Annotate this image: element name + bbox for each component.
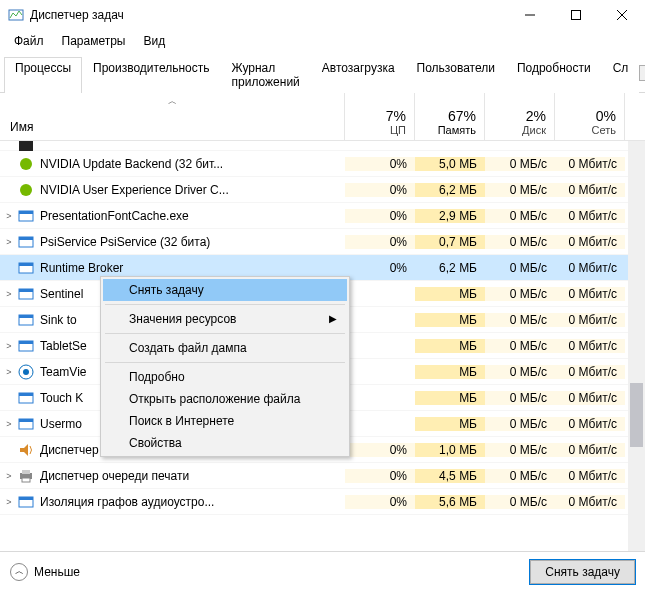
ctx-resource-values-label: Значения ресурсов <box>129 312 236 326</box>
ctx-create-dump[interactable]: Создать файл дампа <box>103 337 347 359</box>
minimize-button[interactable] <box>507 0 553 30</box>
disk-pct: 2% <box>526 108 546 124</box>
menubar: Файл Параметры Вид <box>0 30 645 54</box>
svg-rect-17 <box>19 315 33 318</box>
tab-processes[interactable]: Процессы <box>4 57 82 93</box>
cell-cpu: 0% <box>345 209 415 223</box>
cell-memory: 2,9 МБ <box>415 209 485 223</box>
expand-toggle[interactable]: > <box>0 289 18 299</box>
svg-rect-23 <box>19 393 33 396</box>
process-icon <box>18 312 34 328</box>
tab-app-history[interactable]: Журнал приложений <box>221 57 311 93</box>
column-disk[interactable]: 2% Диск <box>485 93 555 140</box>
cell-disk: 0 МБ/с <box>485 313 555 327</box>
mem-label: Память <box>438 124 476 136</box>
cell-memory: 0,7 МБ <box>415 235 485 249</box>
expand-toggle[interactable]: > <box>0 471 18 481</box>
tab-services[interactable]: Сл <box>602 57 640 93</box>
end-task-button[interactable]: Снять задачу <box>530 560 635 584</box>
cell-disk: 0 МБ/с <box>485 339 555 353</box>
ctx-resource-values[interactable]: Значения ресурсов ▶ <box>103 308 347 330</box>
ctx-details[interactable]: Подробно <box>103 366 347 388</box>
cell-network: 0 Мбит/с <box>555 417 625 431</box>
tab-users[interactable]: Пользователи <box>406 57 506 93</box>
process-row[interactable] <box>0 141 645 151</box>
ctx-search-online[interactable]: Поиск в Интернете <box>103 410 347 432</box>
cell-disk: 0 МБ/с <box>485 157 555 171</box>
menu-view[interactable]: Вид <box>135 32 173 50</box>
cell-disk: 0 МБ/с <box>485 365 555 379</box>
process-icon <box>18 468 34 484</box>
cell-network: 0 Мбит/с <box>555 391 625 405</box>
cell-memory: МБ <box>415 417 485 431</box>
process-row[interactable]: >Диспетчер очереди печати0%4,5 МБ0 МБ/с0… <box>0 463 645 489</box>
ctx-properties[interactable]: Свойства <box>103 432 347 454</box>
ctx-end-task[interactable]: Снять задачу <box>103 279 347 301</box>
footer: ︿ Меньше Снять задачу <box>0 551 645 591</box>
cell-network: 0 Мбит/с <box>555 339 625 353</box>
ctx-open-location[interactable]: Открыть расположение файла <box>103 388 347 410</box>
process-icon <box>18 208 34 224</box>
menu-options[interactable]: Параметры <box>54 32 134 50</box>
maximize-button[interactable] <box>553 0 599 30</box>
close-button[interactable] <box>599 0 645 30</box>
process-row[interactable]: >PsiService PsiService (32 бита)0%0,7 МБ… <box>0 229 645 255</box>
menu-file[interactable]: Файл <box>6 32 52 50</box>
cell-memory: МБ <box>415 365 485 379</box>
svg-point-21 <box>23 369 29 375</box>
cell-memory: МБ <box>415 313 485 327</box>
cell-network: 0 Мбит/с <box>555 261 625 275</box>
cell-cpu: 0% <box>345 469 415 483</box>
cell-disk: 0 МБ/с <box>485 287 555 301</box>
column-name[interactable]: ︿ Имя <box>0 93 345 140</box>
process-name: NVIDIA User Experience Driver C... <box>40 183 345 197</box>
cell-memory: МБ <box>415 339 485 353</box>
scrollbar-thumb[interactable] <box>630 383 643 447</box>
expand-toggle[interactable]: > <box>0 367 18 377</box>
column-network[interactable]: 0% Сеть <box>555 93 625 140</box>
cell-cpu: 0% <box>345 235 415 249</box>
process-row[interactable]: >Изоляция графов аудиоустро...0%5,6 МБ0 … <box>0 489 645 515</box>
vertical-scrollbar[interactable] <box>628 141 645 557</box>
cell-disk: 0 МБ/с <box>485 417 555 431</box>
cell-cpu: 0% <box>345 183 415 197</box>
cell-network: 0 Мбит/с <box>555 235 625 249</box>
window-title: Диспетчер задач <box>30 8 507 22</box>
process-name: Диспетчер очереди печати <box>40 469 345 483</box>
tab-startup[interactable]: Автозагрузка <box>311 57 406 93</box>
cell-network: 0 Мбит/с <box>555 313 625 327</box>
svg-rect-0 <box>9 10 23 20</box>
process-row[interactable]: NVIDIA User Experience Driver C...0%6,2 … <box>0 177 645 203</box>
ctx-separator <box>105 304 345 305</box>
expand-toggle[interactable]: > <box>0 237 18 247</box>
fewer-details-label: Меньше <box>34 565 80 579</box>
cpu-pct: 7% <box>386 108 406 124</box>
cell-disk: 0 МБ/с <box>485 183 555 197</box>
submenu-arrow-icon: ▶ <box>329 313 337 324</box>
cell-memory: 6,2 МБ <box>415 261 485 275</box>
cell-network: 0 Мбит/с <box>555 443 625 457</box>
expand-toggle[interactable]: > <box>0 497 18 507</box>
tab-scroll-left[interactable]: ◂ <box>639 65 645 81</box>
chevron-up-icon: ︿ <box>10 563 28 581</box>
tab-details[interactable]: Подробности <box>506 57 602 93</box>
process-name: Изоляция графов аудиоустро... <box>40 495 345 509</box>
expand-toggle[interactable]: > <box>0 211 18 221</box>
cell-network: 0 Мбит/с <box>555 469 625 483</box>
process-icon <box>18 138 34 154</box>
column-cpu[interactable]: 7% ЦП <box>345 93 415 140</box>
cell-disk: 0 МБ/с <box>485 209 555 223</box>
process-name: NVIDIA Update Backend (32 бит... <box>40 157 345 171</box>
svg-rect-15 <box>19 289 33 292</box>
expand-toggle[interactable]: > <box>0 419 18 429</box>
tab-performance[interactable]: Производительность <box>82 57 220 93</box>
process-row[interactable]: NVIDIA Update Backend (32 бит...0%5,0 МБ… <box>0 151 645 177</box>
column-memory[interactable]: 67% Память <box>415 93 485 140</box>
process-icon <box>18 234 34 250</box>
svg-rect-13 <box>19 263 33 266</box>
process-icon <box>18 494 34 510</box>
svg-marker-26 <box>20 444 28 456</box>
process-row[interactable]: >PresentationFontCache.exe0%2,9 МБ0 МБ/с… <box>0 203 645 229</box>
fewer-details-button[interactable]: ︿ Меньше <box>10 563 80 581</box>
expand-toggle[interactable]: > <box>0 341 18 351</box>
